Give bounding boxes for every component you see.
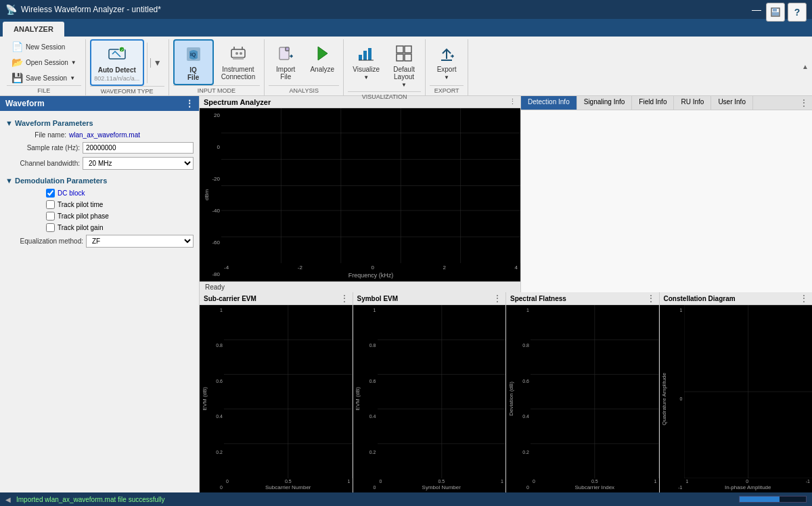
svg-rect-16 [359, 55, 362, 60]
app-title: Wireless Waveform Analyzer - untitled* [21, 5, 747, 14]
info-tabs-more[interactable]: ⋮ [796, 96, 812, 110]
spectral-flatness-x-title: Subcarrier Index [531, 484, 659, 492]
demod-params-title[interactable]: ▼ Demodulation Parameters [5, 177, 194, 185]
info-content [521, 110, 812, 292]
svg-point-11 [235, 52, 238, 55]
save-session-button[interactable]: 💾 Save Session ▼ [7, 70, 81, 85]
samplerate-input[interactable] [83, 142, 194, 154]
iq-file-button[interactable]: IQ IQ File [173, 39, 214, 85]
spectrum-panel: Spectrum Analyzer ⋮ dBm 20 0 -20 -40 -60… [200, 96, 521, 292]
title-bar: 📡 Wireless Waveform Analyzer - untitled*… [0, 0, 812, 19]
samplerate-label: Sample rate (Hz): [5, 144, 80, 152]
spectral-flatness-menu[interactable]: ⋮ [647, 294, 655, 303]
auto-detect-button[interactable]: ✓ Auto Detect 802.11a/n/ac/a... [90, 39, 144, 86]
import-file-button[interactable]: Import File [269, 39, 302, 84]
trackpilottime-checkbox[interactable] [46, 200, 55, 209]
open-session-button[interactable]: 📂 Open Session ▼ [7, 55, 81, 70]
subcarrier-evm-header: Sub-carrier EVM ⋮ [200, 292, 353, 305]
status-left-icon: ◀ [5, 496, 11, 503]
tab-signaling-info[interactable]: Signaling Info [577, 96, 633, 110]
export-button[interactable]: Export ▼ [430, 39, 464, 84]
symbol-evm-menu[interactable]: ⋮ [493, 294, 501, 303]
spectrum-panel-menu[interactable]: ⋮ [509, 97, 516, 106]
symbol-evm-header: Symbol EVM ⋮ [353, 292, 506, 305]
tab-analyzer[interactable]: ANALYZER [3, 22, 64, 37]
new-session-button[interactable]: 📄 New Session [7, 39, 81, 54]
progress-bar [739, 496, 807, 503]
symbol-evm-grid [378, 305, 506, 478]
dcblock-checkbox[interactable] [46, 189, 55, 198]
symbol-x-title: Symbol Number [378, 484, 506, 492]
spectrum-y-label-1: 0 [217, 144, 220, 150]
ribbon-visualization-section: Visualize ▼ Default Layout ▼ VISUALIZATI… [344, 39, 426, 95]
ribbon-waveform-section: ✓ Auto Detect 802.11a/n/ac/a... ▼ WAVEFO… [86, 39, 169, 95]
tab-user-info[interactable]: User Info [711, 96, 753, 110]
spectral-flatness-title: Spectral Flatness [510, 295, 566, 302]
spectrum-status: Ready [200, 281, 520, 292]
filename-value: wlan_ax_waveform.mat [69, 131, 140, 139]
filename-label: File name: [5, 131, 66, 139]
svg-rect-23 [405, 54, 411, 61]
instrument-connection-button[interactable]: Instrument Connection [217, 39, 261, 84]
channelbw-select[interactable]: 20 MHz 5 MHz 10 MHz 40 MHz 80 MHz [83, 157, 194, 170]
constellation-menu[interactable]: ⋮ [800, 294, 808, 303]
trackpilotphase-checkbox[interactable] [46, 212, 55, 221]
sidebar: Waveform ⋮ ▼ Waveform Parameters File na… [0, 96, 200, 492]
constellation-header: Constellation Diagram ⋮ [660, 292, 813, 305]
svg-rect-21 [405, 46, 411, 53]
dcblock-label: DC block [58, 189, 85, 197]
bottom-panels-container: Sub-carrier EVM ⋮ EVM (dB) 1 0.8 0.6 0.4… [200, 292, 812, 492]
visualize-button[interactable]: Visualize ▼ [348, 39, 384, 84]
spectrum-x-label-4: 4 [515, 264, 518, 271]
analysis-label: ANALYSIS [269, 85, 339, 94]
spectrum-grid [221, 108, 520, 263]
trackpilotgain-row: Track pilot gain [46, 223, 194, 232]
save-button[interactable] [766, 3, 785, 22]
svg-point-12 [240, 52, 242, 55]
sidebar-content: ▼ Waveform Parameters File name: wlan_ax… [0, 111, 199, 492]
spectral-flatness-grid [531, 305, 659, 478]
subcarrier-evm-menu[interactable]: ⋮ [340, 294, 348, 303]
sidebar-menu-icon[interactable]: ⋮ [185, 99, 194, 108]
ribbon-collapse-button[interactable]: ▲ [798, 37, 812, 96]
constellation-x-title: In-phase Amplitude [684, 484, 813, 492]
ribbon-analysis-section: Import File Analyze ANALYSIS [265, 39, 344, 95]
waveform-params-title[interactable]: ▼ Waveform Parameters [5, 119, 194, 127]
subcarrier-evm-panel: Sub-carrier EVM ⋮ EVM (dB) 1 0.8 0.6 0.4… [200, 292, 353, 492]
minimize-button[interactable]: — [747, 0, 766, 19]
export-label: EXPORT [430, 85, 464, 94]
tab-detection-info[interactable]: Detection Info [521, 96, 577, 110]
ribbon-export-section: Export ▼ EXPORT [426, 39, 468, 95]
spectrum-x-label-2: 0 [371, 264, 374, 271]
svg-text:IQ: IQ [190, 51, 196, 58]
input-mode-label: INPUT MODE [173, 85, 261, 94]
default-layout-button[interactable]: Default Layout ▼ [387, 39, 421, 91]
constellation-grid [684, 305, 813, 478]
symbol-evm-y-title: EVM (dB) [355, 387, 361, 411]
spectral-flatness-panel: Spectral Flatness ⋮ Deviation (dB) 1 0.8… [506, 292, 660, 492]
analyze-button[interactable]: Analyze [305, 39, 339, 76]
spectrum-y-label-4: -60 [212, 239, 220, 246]
sidebar-title: Waveform [5, 99, 45, 108]
tab-field-info[interactable]: Field Info [632, 96, 674, 110]
equalization-row: Equalization method: ZF MMSE [5, 235, 194, 248]
tab-bar: ANALYZER ? [0, 19, 812, 37]
status-message: Imported wlan_ax_waveform.mat file succe… [16, 496, 734, 503]
help-button[interactable]: ? [788, 3, 807, 22]
svg-text:✓: ✓ [120, 48, 124, 52]
spectrum-x-label-3: 2 [443, 264, 445, 271]
channelbw-label: Channel bandwidth: [5, 160, 80, 167]
svg-rect-18 [368, 48, 371, 60]
info-panels: Detection Info Signaling Info Field Info… [521, 96, 812, 292]
trackpilotgain-label: Track pilot gain [58, 224, 103, 231]
trackpilottime-label: Track pilot time [58, 201, 103, 208]
tab-ru-info[interactable]: RU Info [674, 96, 711, 110]
waveform-type-dropdown[interactable]: ▼ [150, 58, 164, 68]
status-footer: ◀ Imported wlan_ax_waveform.mat file suc… [0, 492, 812, 506]
subcarrier-evm-y-title: EVM (dB) [202, 387, 208, 411]
trackpilotgain-checkbox[interactable] [46, 223, 55, 232]
spectrum-x-title: Frequency (kHz) [221, 272, 520, 281]
symbol-evm-panel: Symbol EVM ⋮ EVM (dB) 1 0.8 0.6 0.4 0.2 … [353, 292, 507, 492]
equalization-select[interactable]: ZF MMSE [86, 235, 194, 248]
subcarrier-x-title: Subcarrier Number [224, 484, 353, 492]
